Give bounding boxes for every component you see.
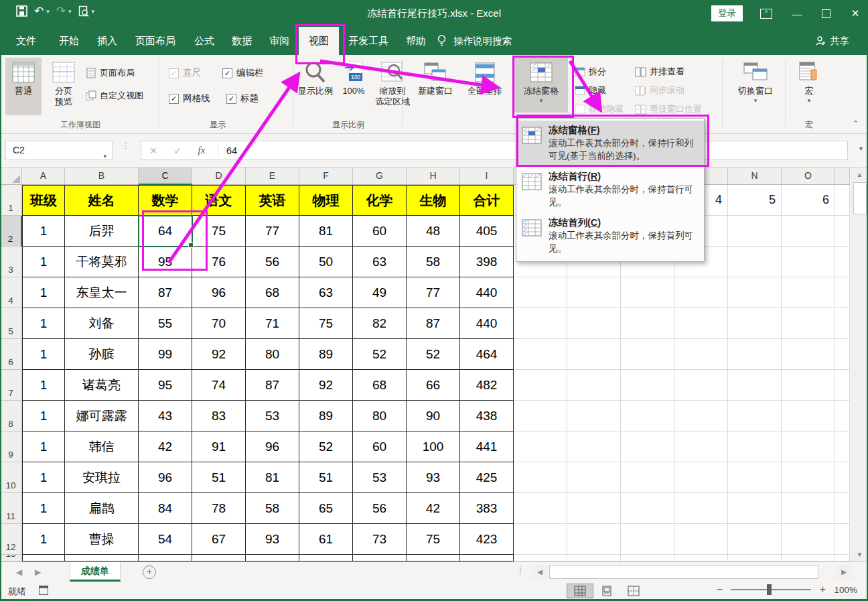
cell-N2[interactable] xyxy=(728,216,782,247)
cell-N10[interactable] xyxy=(728,462,782,493)
cell-D4[interactable]: 96 xyxy=(192,277,246,308)
cell-partial-3[interactable] xyxy=(835,247,850,277)
formula-field[interactable]: ✕ ✓ fx 64 xyxy=(141,141,848,160)
switch-windows-button[interactable]: 切换窗口 ▾ xyxy=(730,58,781,115)
normal-view-shortcut[interactable] xyxy=(567,584,593,598)
cell-L6[interactable] xyxy=(621,339,674,370)
select-all-corner[interactable] xyxy=(0,168,22,185)
cell-partial-6[interactable] xyxy=(835,339,850,370)
cell-G2[interactable]: 60 xyxy=(353,216,407,247)
cell-L8[interactable] xyxy=(621,401,674,431)
cell-I11[interactable]: 383 xyxy=(460,493,514,524)
cell-G5[interactable]: 82 xyxy=(353,308,407,339)
cell-L11[interactable] xyxy=(621,493,674,524)
cell-I8[interactable]: 438 xyxy=(460,401,514,431)
cell-C7[interactable]: 95 xyxy=(139,370,192,401)
tab-split-grip[interactable]: ⋮⋮ xyxy=(517,567,524,574)
cell-A1[interactable]: 班级 xyxy=(22,185,65,216)
cell-L13[interactable] xyxy=(621,555,674,561)
cell-B3[interactable]: 干将莫邪 xyxy=(65,247,139,277)
tab-home[interactable]: 开始 xyxy=(52,27,86,55)
cell-D13[interactable] xyxy=(192,555,246,561)
cell-H1[interactable]: 生物 xyxy=(407,185,460,216)
cell-B2[interactable]: 后羿 xyxy=(65,216,139,247)
split-button[interactable]: 拆分 xyxy=(575,64,606,79)
cell-I1[interactable]: 合计 xyxy=(460,185,514,216)
cell-H2[interactable]: 48 xyxy=(407,216,460,247)
row-header-4[interactable]: 4 xyxy=(0,277,22,308)
cell-N12[interactable] xyxy=(728,524,782,555)
cell-C9[interactable]: 42 xyxy=(139,431,192,462)
unhide-button[interactable]: 取消隐藏 xyxy=(575,102,624,117)
selected-cell-C2[interactable]: 64 xyxy=(139,216,192,247)
tab-data[interactable]: 数据 xyxy=(225,27,259,55)
add-sheet-button[interactable]: + xyxy=(143,565,156,579)
cell-H5[interactable]: 87 xyxy=(407,308,460,339)
tab-page-layout[interactable]: 页面布局 xyxy=(129,27,182,55)
row-header-9[interactable]: 9 xyxy=(0,431,22,462)
cell-O13[interactable] xyxy=(782,555,835,561)
cell-K13[interactable] xyxy=(567,555,621,561)
cell-E10[interactable]: 81 xyxy=(246,462,299,493)
menu-item-freeze-first-column[interactable]: 冻结首列(C) 滚动工作表其余部分时，保持首列可见。 xyxy=(516,213,704,259)
cell-D5[interactable]: 70 xyxy=(192,308,246,339)
cell-E9[interactable]: 96 xyxy=(246,431,299,462)
cell-G6[interactable]: 52 xyxy=(353,339,407,370)
cell-O3[interactable] xyxy=(782,247,835,277)
cell-D3[interactable]: 76 xyxy=(192,247,246,277)
synchronous-scrolling-button[interactable]: 同步滚动 xyxy=(635,83,684,98)
cell-I12[interactable]: 423 xyxy=(460,524,514,555)
column-header-H[interactable]: H xyxy=(407,168,460,185)
cell-B13[interactable] xyxy=(65,555,139,561)
cell-A2[interactable]: 1 xyxy=(22,216,65,247)
cell-K8[interactable] xyxy=(567,401,621,431)
cell-C1[interactable]: 数学 xyxy=(139,185,192,216)
next-sheet-icon[interactable]: ▶ xyxy=(35,567,41,577)
cell-H8[interactable]: 90 xyxy=(407,401,460,431)
cell-K10[interactable] xyxy=(567,462,621,493)
cell-E6[interactable]: 80 xyxy=(246,339,299,370)
cell-M13[interactable] xyxy=(674,555,728,561)
cell-A6[interactable]: 1 xyxy=(22,339,65,370)
cell-M8[interactable] xyxy=(674,401,728,431)
cell-N8[interactable] xyxy=(728,401,782,431)
zoom-slider-thumb[interactable] xyxy=(767,584,772,595)
cell-A5[interactable]: 1 xyxy=(22,308,65,339)
cell-J7[interactable] xyxy=(514,370,567,401)
zoom-to-selection-button[interactable]: 缩放到选定区域 xyxy=(371,58,414,115)
cell-G10[interactable]: 53 xyxy=(353,462,407,493)
cell-A4[interactable]: 1 xyxy=(22,277,65,308)
cell-I6[interactable]: 464 xyxy=(460,339,514,370)
custom-views-button[interactable]: 自定义视图 xyxy=(86,88,143,103)
tab-insert[interactable]: 插入 xyxy=(90,27,124,55)
cancel-icon[interactable]: ✕ xyxy=(141,145,165,156)
column-header-partial[interactable] xyxy=(835,168,850,185)
normal-view-button[interactable]: 普通 xyxy=(5,58,42,115)
cell-K5[interactable] xyxy=(567,308,621,339)
cell-G3[interactable]: 63 xyxy=(353,247,407,277)
row-header-10[interactable]: 10 xyxy=(0,462,22,493)
cell-A10[interactable]: 1 xyxy=(22,462,65,493)
row-header-12[interactable]: 12 xyxy=(0,524,22,555)
gridlines-checkbox[interactable]: ✓网格线 xyxy=(169,92,210,105)
maximize-button[interactable] xyxy=(822,9,830,18)
share-button[interactable]: 共享 xyxy=(815,27,849,55)
cell-A12[interactable]: 1 xyxy=(22,524,65,555)
hscroll-left-icon[interactable]: ◀ xyxy=(532,565,548,579)
cell-partial-13[interactable] xyxy=(835,555,850,561)
cell-H12[interactable]: 75 xyxy=(407,524,460,555)
scroll-up-icon[interactable]: ▲ xyxy=(851,171,868,178)
cell-O6[interactable] xyxy=(782,339,835,370)
zoom-percentage[interactable]: 100% xyxy=(834,585,857,595)
tab-file[interactable]: 文件 xyxy=(11,27,42,55)
cell-B5[interactable]: 刘备 xyxy=(65,308,139,339)
cell-partial-2[interactable] xyxy=(835,216,850,247)
column-header-D[interactable]: D xyxy=(192,168,246,185)
tab-developer[interactable]: 开发工具 xyxy=(343,27,394,55)
zoom-button[interactable]: 显示比例 xyxy=(295,58,336,115)
cell-C13[interactable] xyxy=(139,555,192,561)
cell-G1[interactable]: 化学 xyxy=(353,185,407,216)
cell-A8[interactable]: 1 xyxy=(22,401,65,431)
row-header-2[interactable]: 2 xyxy=(0,216,22,247)
cell-O4[interactable] xyxy=(782,277,835,308)
